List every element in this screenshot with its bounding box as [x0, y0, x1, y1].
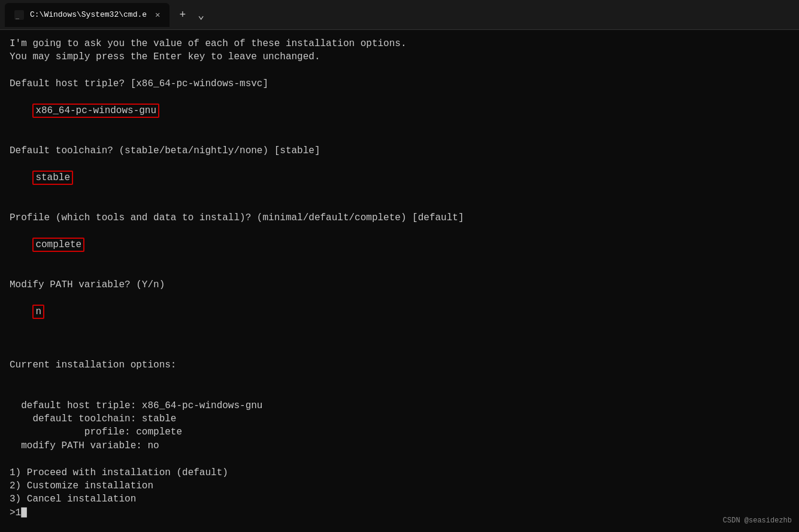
toolchain-answer-line: stable	[10, 158, 789, 198]
terminal-body: I'm going to ask you the value of each o…	[0, 30, 799, 532]
profile-answer: complete	[32, 238, 84, 252]
add-tab-button[interactable]: +	[174, 7, 190, 23]
option3: 3) Cancel installation	[10, 493, 789, 506]
dropdown-button[interactable]: ⌄	[193, 6, 209, 24]
watermark: CSDN @seasidezhb	[723, 516, 792, 525]
host-triple-question: Default host triple? [x86_64-pc-windows-…	[10, 77, 789, 90]
profile-answer-line: complete	[10, 224, 789, 265]
host-triple-answer-line: x86_64-pc-windows-gnu	[10, 91, 789, 131]
option2: 2) Customize installation	[10, 479, 789, 493]
toolchain-question: Default toolchain? (stable/beta/nightly/…	[10, 144, 789, 157]
cursor: █	[21, 506, 27, 519]
intro-line2: You may simply press the Enter key to le…	[10, 50, 789, 63]
title-bar-buttons: + ⌄	[174, 6, 209, 24]
profile-question: Profile (which tools and data to install…	[10, 211, 789, 224]
host-triple-answer: x86_64-pc-windows-gnu	[32, 104, 159, 118]
close-icon[interactable]: ✕	[155, 10, 160, 20]
summary-path: modify PATH variable: no	[10, 439, 789, 452]
tab[interactable]: _ C:\Windows\System32\cmd.e ✕	[5, 3, 170, 27]
intro-line1: I'm going to ask you the value of each o…	[10, 37, 789, 50]
option1: 1) Proceed with installation (default)	[10, 466, 789, 479]
svg-text:_: _	[16, 12, 20, 19]
path-question: Modify PATH variable? (Y/n)	[10, 278, 789, 291]
current-options-header: Current installation options:	[10, 358, 789, 372]
toolchain-answer: stable	[32, 171, 73, 185]
summary-toolchain: default toolchain: stable	[10, 412, 789, 425]
tab-title: C:\Windows\System32\cmd.e	[30, 10, 147, 19]
prompt-line[interactable]: >1█	[10, 506, 789, 519]
summary-host: default host triple: x86_64-pc-windows-g…	[10, 399, 789, 412]
path-answer-line: n	[10, 291, 789, 332]
summary-profile: profile: complete	[10, 425, 789, 439]
title-bar: _ C:\Windows\System32\cmd.e ✕ + ⌄	[0, 0, 799, 30]
prompt-input[interactable]: >1	[10, 506, 21, 519]
cmd-icon: _	[14, 10, 24, 20]
path-answer: n	[32, 305, 44, 319]
